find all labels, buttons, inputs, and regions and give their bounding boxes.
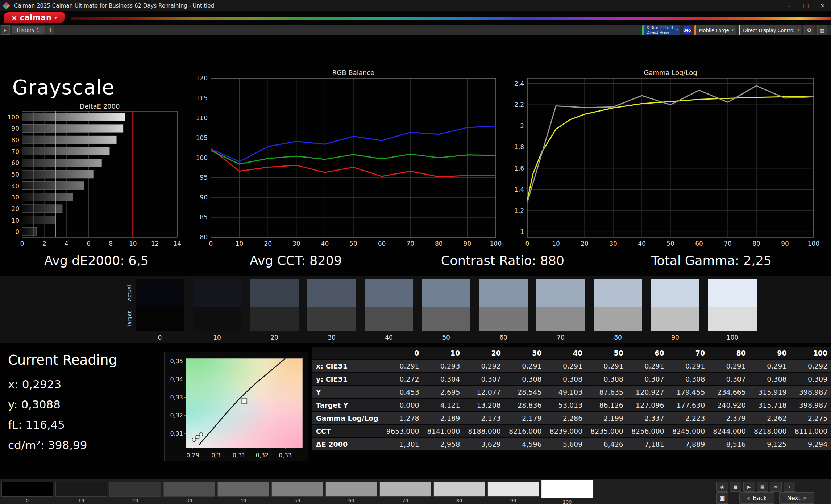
svg-text:50: 50: [11, 171, 19, 178]
table-row-label: y: CIE31: [312, 373, 383, 386]
table-col-header: 10: [424, 347, 465, 360]
table-cell: 5,609: [547, 438, 588, 451]
swatch-actual: [193, 279, 241, 307]
svg-text:20: 20: [11, 205, 19, 213]
svg-text:70: 70: [11, 148, 19, 155]
pattern-patch-70[interactable]: 70: [379, 482, 431, 504]
swatch-label: 30: [307, 334, 356, 341]
pattern-patch-20[interactable]: 20: [109, 482, 161, 504]
pattern-patch-30[interactable]: 30: [163, 482, 215, 504]
pattern-patch-row: 0102030405060708090100: [1, 482, 595, 504]
layout-icon[interactable]: ▦: [817, 25, 827, 35]
table-cell: 49,103: [547, 386, 588, 399]
display-control-select[interactable]: Direct Display Control ▾: [739, 25, 801, 35]
table-row: CCT9653,0008141,0008188,0008216,0008239,…: [312, 425, 831, 438]
table-cell: 315,919: [751, 386, 792, 399]
history-expand-button[interactable]: ▸: [1, 25, 10, 35]
rainbow-strip: [71, 17, 831, 20]
minimize-button[interactable]: –: [781, 0, 798, 11]
swatch-target: [594, 307, 642, 331]
svg-text:0: 0: [15, 228, 19, 235]
back-icon: «: [747, 495, 750, 501]
table-col-header: 100: [792, 347, 831, 360]
add-tab-button[interactable]: +: [46, 26, 54, 34]
table-cell: 398,987: [792, 386, 831, 399]
swatch-actual: [365, 279, 413, 307]
svg-text:10: 10: [129, 240, 137, 247]
pattern-patch-40[interactable]: 40: [217, 482, 269, 504]
tab-history-1[interactable]: History 1: [12, 26, 45, 34]
pattern-patch-60[interactable]: 60: [325, 482, 377, 504]
pattern-patch-50[interactable]: 50: [271, 482, 323, 504]
patch-label: 90: [487, 498, 539, 503]
svg-text:80: 80: [11, 136, 19, 144]
table-cell: 2,262: [751, 412, 792, 425]
swatch-target: [193, 307, 241, 331]
back-label: Back: [753, 495, 767, 501]
close-button[interactable]: ×: [814, 0, 831, 11]
grayscale-swatch-30: 30: [307, 279, 356, 341]
table-cell: 53,013: [547, 399, 588, 412]
svg-text:2: 2: [42, 240, 46, 247]
source-select[interactable]: Mobile Forge ▾: [694, 25, 736, 35]
pattern-patch-0[interactable]: 0: [1, 482, 53, 504]
next-button[interactable]: Next »: [779, 492, 814, 504]
svg-text:40: 40: [11, 182, 19, 190]
patch-label: 40: [217, 498, 269, 503]
table-cell: 0,308: [547, 373, 588, 386]
svg-text:90: 90: [200, 194, 208, 201]
gear-icon[interactable]: ⚙: [804, 25, 814, 35]
svg-text:60: 60: [11, 159, 19, 167]
svg-text:0,35: 0,35: [170, 358, 183, 365]
meter-select[interactable]: X-Rite i1Pro 3 Direct View ▾: [642, 25, 680, 35]
play-button[interactable]: ▶: [743, 482, 755, 492]
swatch-actual: [136, 279, 184, 307]
svg-text:1,4: 1,4: [514, 186, 524, 193]
swatch-label: 70: [536, 334, 585, 341]
swatch-actual: [594, 279, 642, 307]
svg-text:0,31: 0,31: [233, 452, 246, 459]
svg-text:0,32: 0,32: [170, 412, 183, 419]
svg-text:2,4: 2,4: [514, 80, 524, 87]
table-cell: 28,545: [506, 386, 547, 399]
swatch-label: 50: [422, 334, 470, 341]
table-cell: 8141,000: [424, 425, 465, 438]
svg-text:30: 30: [609, 240, 617, 247]
swatch-target: [651, 307, 699, 331]
table-cell: 2,958: [424, 438, 465, 451]
svg-text:80: 80: [435, 240, 443, 247]
reading-y: y: 0,3088: [8, 398, 61, 411]
svg-text:0,29: 0,29: [186, 452, 199, 459]
swatch-actual: [479, 279, 528, 307]
svg-text:0,33: 0,33: [279, 452, 292, 459]
measure-button[interactable]: ◉: [716, 482, 728, 492]
pattern-patch-80[interactable]: 80: [433, 482, 485, 504]
table-cell: 28,836: [506, 399, 547, 412]
pattern-patch-10[interactable]: 10: [55, 482, 107, 504]
add-button[interactable]: +: [784, 482, 795, 492]
toolbar-right-group: X-Rite i1Pro 3 Direct View ▾ 345 Mobile …: [642, 25, 827, 35]
pattern-patch-90[interactable]: 90: [487, 482, 539, 504]
pattern-button[interactable]: ▦: [757, 482, 768, 492]
swatch-target: [136, 307, 184, 331]
svg-text:80: 80: [200, 234, 208, 241]
grayscale-swatch-70: 70: [536, 279, 585, 341]
swatch-actual: [307, 279, 356, 307]
table-cell: 0,292: [465, 360, 506, 373]
swatch-label: 90: [651, 334, 699, 341]
grayscale-swatch-80: 80: [594, 279, 642, 341]
svg-text:8: 8: [109, 240, 113, 247]
stop-button[interactable]: ■: [730, 482, 741, 492]
svg-text:60: 60: [378, 240, 386, 247]
svg-text:14: 14: [173, 240, 181, 247]
table-cell: 13,208: [465, 399, 506, 412]
pattern-window-button[interactable]: ▣: [716, 492, 728, 504]
pattern-patch-100[interactable]: 100: [541, 482, 593, 504]
grayscale-swatch-10: 10: [193, 279, 241, 341]
measurement-table: 0102030405060708090100x: CIE310,2910,293…: [312, 347, 831, 451]
back-button[interactable]: « Back: [739, 492, 774, 504]
maximize-button[interactable]: □: [798, 0, 814, 11]
continuous-button[interactable]: ∞: [770, 482, 782, 492]
calman-menu-button[interactable]: × calman ▾: [4, 12, 65, 23]
table-cell: 2,286: [547, 412, 588, 425]
